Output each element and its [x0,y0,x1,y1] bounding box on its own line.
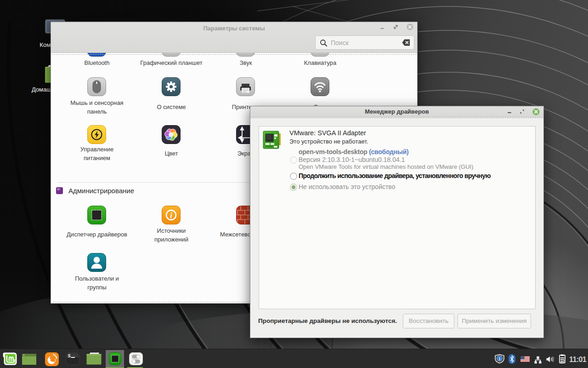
svg-text:i: i [170,211,172,220]
svg-text:i: i [499,356,500,361]
svg-text:$: $ [68,353,70,358]
